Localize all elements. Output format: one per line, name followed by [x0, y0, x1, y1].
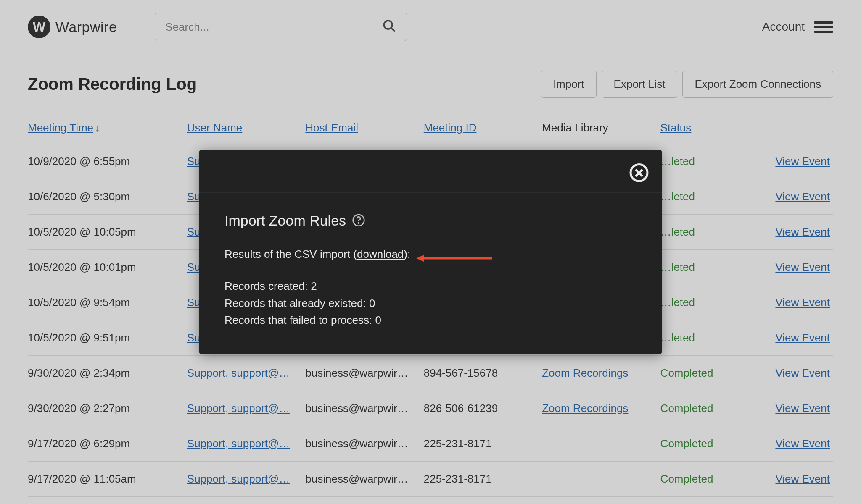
download-link[interactable]: download [357, 248, 404, 260]
modal-results-line: Results of the CSV import (download): [224, 246, 637, 262]
stat-existed: Records that already existed: 0 [224, 295, 637, 312]
stat-failed: Records that failed to process: 0 [224, 312, 637, 328]
import-zoom-rules-modal: Import Zoom Rules Results of the CSV imp… [199, 150, 662, 354]
close-icon[interactable] [629, 163, 649, 184]
svg-point-6 [358, 223, 359, 223]
stat-created: Records created: 2 [224, 278, 637, 295]
help-icon[interactable] [352, 213, 365, 228]
modal-title: Import Zoom Rules [224, 213, 346, 229]
modal-results-prefix: Results of the CSV import ( [224, 248, 357, 260]
modal-stats: Records created: 2 Records that already … [224, 278, 637, 329]
modal-results-suffix: ): [404, 248, 410, 260]
